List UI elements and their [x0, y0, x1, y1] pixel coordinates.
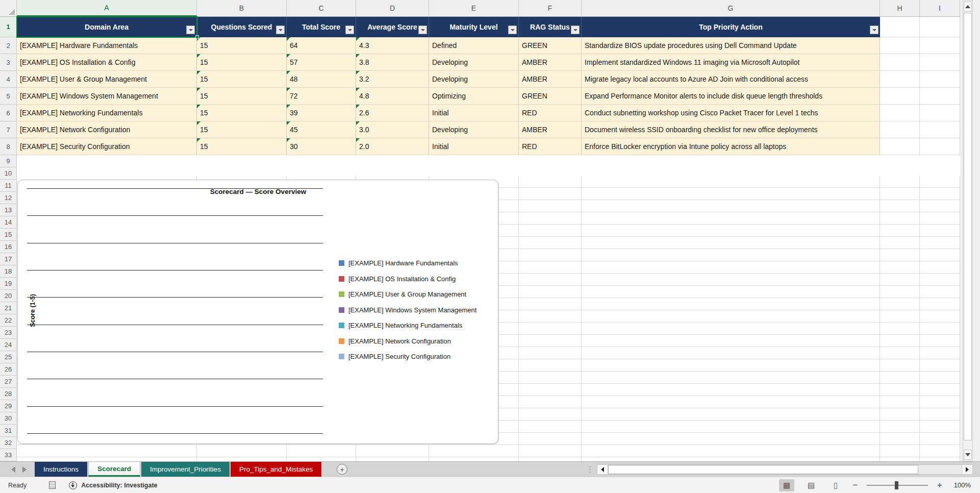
- cell-rag-status[interactable]: RED: [519, 138, 582, 155]
- cell-top-priority-action[interactable]: Enforce BitLocker encryption via Intune …: [582, 138, 880, 155]
- row-header[interactable]: 3: [0, 54, 16, 71]
- cell-rag-status[interactable]: GREEN: [519, 88, 582, 105]
- cell-total-score[interactable]: 72: [287, 88, 356, 105]
- cell-total-score[interactable]: 39: [287, 105, 356, 121]
- horizontal-scrollbar[interactable]: [597, 464, 973, 475]
- scroll-right-button[interactable]: [962, 464, 973, 475]
- cell-maturity-level[interactable]: Optimizing: [429, 88, 519, 105]
- cell-questions-scored[interactable]: 15: [197, 105, 287, 121]
- cell-questions-scored[interactable]: 15: [197, 121, 287, 138]
- cell-empty[interactable]: [880, 105, 920, 121]
- cell-maturity-level[interactable]: Developing: [429, 71, 519, 88]
- row-header[interactable]: 16: [0, 241, 16, 253]
- row-header[interactable]: 22: [0, 314, 16, 327]
- vertical-scrollbar[interactable]: [963, 0, 973, 461]
- row-header[interactable]: 5: [0, 88, 16, 105]
- cell-average-score[interactable]: 3.2: [356, 71, 429, 88]
- cell-domain-area[interactable]: [EXAMPLE] Windows System Management: [17, 88, 197, 105]
- cell-average-score[interactable]: 4.8: [356, 88, 429, 105]
- cell-average-score[interactable]: 3.0: [356, 121, 429, 138]
- column-header[interactable]: E: [429, 0, 519, 16]
- row-header[interactable]: 21: [0, 302, 16, 314]
- row-header[interactable]: 18: [0, 265, 16, 278]
- tab-pro-tips-and-mistakes[interactable]: Pro_Tips_and_Mistakes: [231, 462, 321, 477]
- tab-instructions[interactable]: Instructions: [35, 462, 87, 477]
- cell-empty[interactable]: [920, 17, 960, 37]
- row-header[interactable]: 14: [0, 216, 16, 229]
- column-header[interactable]: B: [197, 0, 287, 16]
- row-header[interactable]: 25: [0, 351, 16, 363]
- scrollbar-grip-icon[interactable]: ⋮: [586, 465, 594, 474]
- row-header[interactable]: 26: [0, 363, 16, 376]
- zoom-slider[interactable]: [867, 485, 928, 486]
- cell-top-priority-action[interactable]: Implement standardized Windows 11 imagin…: [582, 54, 880, 71]
- row-header[interactable]: 11: [0, 180, 16, 192]
- zoom-out-button[interactable]: −: [852, 480, 858, 490]
- cell-top-priority-action[interactable]: Migrate legacy local accounts to Azure A…: [582, 71, 880, 88]
- cell-domain-area[interactable]: [EXAMPLE] Security Configuration: [17, 138, 197, 155]
- row-header[interactable]: 30: [0, 412, 16, 425]
- cell-questions-scored[interactable]: 15: [197, 54, 287, 71]
- scroll-left-button[interactable]: [597, 464, 608, 475]
- row-header[interactable]: 20: [0, 290, 16, 302]
- cell-domain-area[interactable]: [EXAMPLE] OS Installation & Config: [17, 54, 197, 71]
- horizontal-scrollbar-thumb[interactable]: [608, 465, 918, 474]
- cell-maturity-level[interactable]: Developing: [429, 121, 519, 138]
- cell-domain-area[interactable]: [EXAMPLE] Networking Fundamentals: [17, 105, 197, 121]
- row-header[interactable]: 9: [0, 155, 16, 167]
- cell-empty[interactable]: [880, 121, 920, 138]
- row-header[interactable]: 7: [0, 121, 16, 138]
- column-header[interactable]: F: [519, 0, 582, 16]
- cell-maturity-level[interactable]: Defined: [429, 37, 519, 54]
- cell-rag-status[interactable]: AMBER: [519, 54, 582, 71]
- cell-domain-area[interactable]: [EXAMPLE] Hardware Fundamentals: [17, 37, 197, 54]
- cell-empty[interactable]: [920, 88, 960, 105]
- accessibility-status[interactable]: Accessibility: Investigate: [81, 482, 157, 489]
- filter-button[interactable]: [571, 26, 580, 34]
- header-rag-status[interactable]: RAG Status: [519, 17, 582, 37]
- row-header[interactable]: 23: [0, 327, 16, 339]
- filter-button[interactable]: [186, 26, 195, 34]
- cell-maturity-level[interactable]: Initial: [429, 138, 519, 155]
- cell-total-score[interactable]: 64: [287, 37, 356, 54]
- cell-empty[interactable]: [920, 105, 960, 121]
- previous-sheet-icon[interactable]: [11, 466, 15, 473]
- cell-top-priority-action[interactable]: Expand Performance Monitor alerts to inc…: [582, 88, 880, 105]
- row-header[interactable]: 17: [0, 253, 16, 265]
- cell-total-score[interactable]: 30: [287, 138, 356, 155]
- cell-domain-area[interactable]: [EXAMPLE] Network Configuration: [17, 121, 197, 138]
- row-header[interactable]: 28: [0, 388, 16, 400]
- tab-scorecard[interactable]: Scorecard: [88, 462, 140, 477]
- cell-empty[interactable]: [920, 54, 960, 71]
- column-header[interactable]: D: [356, 0, 429, 16]
- row-header[interactable]: 10: [0, 167, 16, 180]
- cell-empty[interactable]: [920, 138, 960, 155]
- row-header[interactable]: 29: [0, 400, 16, 412]
- cell-questions-scored[interactable]: 15: [197, 138, 287, 155]
- cell-rag-status[interactable]: GREEN: [519, 37, 582, 54]
- cell-average-score[interactable]: 2.0: [356, 138, 429, 155]
- vertical-scrollbar-thumb[interactable]: [964, 13, 972, 440]
- cell-questions-scored[interactable]: 15: [197, 37, 287, 54]
- column-header[interactable]: C: [287, 0, 356, 16]
- header-questions-scored[interactable]: Questions Scored: [197, 17, 287, 37]
- scorecard-chart[interactable]: Scorecard — Score Overview Score (1-5) […: [17, 180, 498, 444]
- cell-total-score[interactable]: 57: [287, 54, 356, 71]
- row-header[interactable]: 31: [0, 425, 16, 437]
- cell-average-score[interactable]: 4.3: [356, 37, 429, 54]
- select-all-button[interactable]: [0, 0, 17, 16]
- cell-empty[interactable]: [920, 37, 960, 54]
- cell-average-score[interactable]: 3.8: [356, 54, 429, 71]
- macro-record-icon[interactable]: [49, 481, 56, 489]
- cell-empty[interactable]: [920, 121, 960, 138]
- normal-view-button[interactable]: ▦: [779, 479, 794, 491]
- scroll-down-button[interactable]: [964, 450, 972, 460]
- header-average-score[interactable]: Average Score: [356, 17, 429, 37]
- page-layout-view-button[interactable]: ▤: [803, 479, 819, 491]
- column-header[interactable]: I: [920, 0, 960, 16]
- filter-button[interactable]: [418, 26, 427, 34]
- cell-rag-status[interactable]: RED: [519, 105, 582, 121]
- next-sheet-icon[interactable]: [22, 466, 27, 473]
- header-top-priority-action[interactable]: Top Priority Action: [582, 17, 880, 37]
- cell-top-priority-action[interactable]: Document wireless SSID onboarding checkl…: [582, 121, 880, 138]
